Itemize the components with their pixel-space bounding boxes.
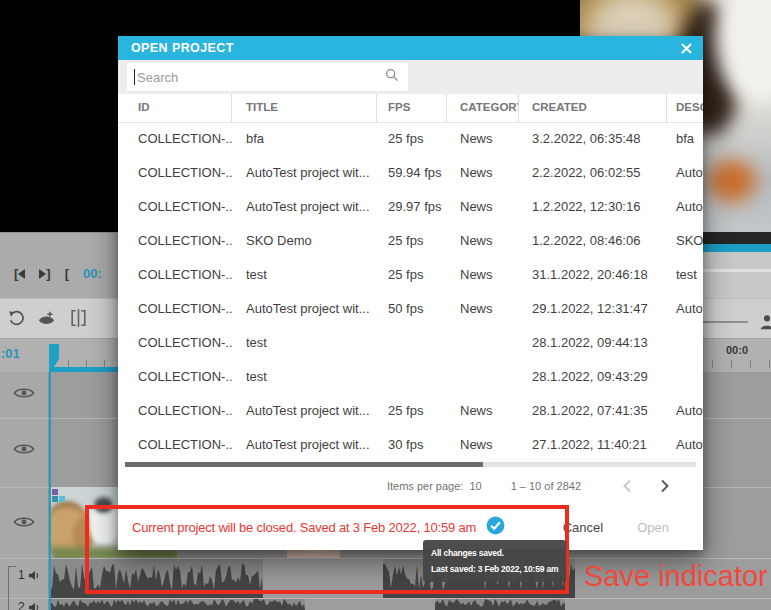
table-row[interactable]: COLLECTION-...AutoTest project wit...25 … [118, 394, 703, 428]
cell-category: News [447, 122, 519, 156]
cell-description: AutoTest project wit... [667, 428, 703, 462]
project-table-header: IDTITLEFPSCATEGORYCREATEDDESCRIPTION [118, 94, 703, 123]
cell-fps: 25 fps [377, 224, 447, 258]
cell-category [447, 326, 519, 360]
goto-end-icon[interactable]: ] [39, 266, 50, 281]
paginator-range: 1 – 10 of 2842 [511, 480, 581, 492]
annotation-save-indicator-label: Save indicator [584, 560, 768, 593]
close-warning-text: Current project will be closed. Saved at… [132, 520, 476, 535]
search-row: Search [118, 60, 703, 94]
column-header-id[interactable]: ID [118, 94, 232, 122]
chevron-right-icon[interactable] [653, 474, 677, 498]
horizontal-scrollbar[interactable] [125, 462, 696, 467]
tooltip-line1: All changes saved. [431, 545, 558, 561]
paginator: Items per page: 10 1 – 10 of 2842 [118, 468, 703, 504]
column-header-description[interactable]: DESCRIPTION [667, 94, 703, 122]
cell-created: 2.2.2022, 06:02:55 [519, 156, 667, 190]
cell-id: COLLECTION-... [118, 292, 232, 326]
cell-id: COLLECTION-... [118, 326, 232, 360]
audio-track1-label: 1 [18, 568, 40, 582]
open-button[interactable]: Open [635, 516, 671, 539]
audio-track2-label: 2 [18, 600, 40, 610]
cell-title: test [232, 326, 377, 360]
audio-track1-number: 1 [18, 568, 25, 582]
cell-fps: 25 fps [377, 258, 447, 292]
cell-description: bfa [667, 122, 703, 156]
clip-marker [52, 496, 58, 502]
cell-title: AutoTest project wit... [232, 156, 377, 190]
column-header-title[interactable]: TITLE [232, 94, 377, 122]
dialog-footer: Current project will be closed. Saved at… [118, 504, 703, 550]
track1-visibility-eye-icon[interactable] [13, 386, 35, 400]
transport-controls: [ ] [ 00: [14, 266, 102, 281]
cell-category: News [447, 156, 519, 190]
table-row[interactable]: COLLECTION-...AutoTest project wit...29.… [118, 190, 703, 224]
cell-description: test [667, 258, 703, 292]
close-icon[interactable] [679, 41, 693, 55]
cell-created: 3.2.2022, 06:35:48 [519, 122, 667, 156]
speaker-icon[interactable] [29, 570, 40, 581]
ruler-timecode-right: 00:0 [726, 344, 748, 356]
items-per-page-value[interactable]: 10 [469, 480, 481, 492]
mark-in-icon[interactable]: [ [65, 266, 69, 281]
cell-fps: 30 fps [377, 428, 447, 462]
cell-description [667, 326, 703, 360]
table-row[interactable]: COLLECTION-...bfa25 fpsNews3.2.2022, 06:… [118, 122, 703, 156]
split-clip-icon[interactable] [68, 308, 88, 328]
cell-category: News [447, 428, 519, 462]
cell-category: News [447, 190, 519, 224]
table-row[interactable]: COLLECTION-...AutoTest project wit...59.… [118, 156, 703, 190]
waveform [50, 559, 263, 598]
check-circle-icon[interactable] [486, 516, 505, 539]
cell-category [447, 360, 519, 394]
cell-created: 28.1.2022, 09:43:29 [519, 360, 667, 394]
cell-title: AutoTest project wit... [232, 190, 377, 224]
add-keyframe-eye-icon[interactable] [36, 308, 56, 328]
audio-clip[interactable] [435, 599, 565, 610]
tooltip-line2: Last saved: 3 Feb 2022, 10:59 am [431, 561, 558, 577]
undo-icon[interactable] [6, 308, 26, 328]
cell-id: COLLECTION-... [118, 428, 232, 462]
cell-id: COLLECTION-... [118, 190, 232, 224]
cell-title: bfa [232, 122, 377, 156]
track3-visibility-eye-icon[interactable] [13, 515, 35, 529]
column-header-category[interactable]: CATEGORY [447, 94, 519, 122]
cell-fps: 59.94 fps [377, 156, 447, 190]
column-header-fps[interactable]: FPS [377, 94, 447, 122]
column-header-created[interactable]: CREATED [519, 94, 667, 122]
cell-created: 1.2.2022, 12:30:16 [519, 190, 667, 224]
search-input[interactable]: Search [127, 63, 408, 91]
ruler-tick [712, 360, 713, 368]
goto-start-icon[interactable]: [ [14, 266, 25, 281]
cell-category: News [447, 258, 519, 292]
ruler-tick [750, 360, 751, 368]
table-row[interactable]: COLLECTION-...SKO Demo25 fpsNews1.2.2022… [118, 224, 703, 258]
track2-visibility-eye-icon[interactable] [13, 442, 35, 456]
audio-clip[interactable] [50, 559, 263, 598]
table-row[interactable]: COLLECTION-...AutoTest project wit...30 … [118, 428, 703, 462]
scrollbar-thumb[interactable] [125, 462, 483, 467]
cell-fps: 50 fps [377, 292, 447, 326]
person-icon[interactable] [758, 313, 771, 335]
table-row[interactable]: COLLECTION-...test25 fpsNews31.1.2022, 2… [118, 258, 703, 292]
cell-title: AutoTest project wit... [232, 428, 377, 462]
cell-created: 31.1.2022, 20:46:18 [519, 258, 667, 292]
audio-track2-number: 2 [18, 600, 25, 610]
cell-description: AutoTest project wit... [667, 394, 703, 428]
cell-fps: 29.97 fps [377, 190, 447, 224]
speaker-icon[interactable] [29, 602, 40, 610]
cell-category: News [447, 292, 519, 326]
table-row[interactable]: COLLECTION-...AutoTest project wit...50 … [118, 292, 703, 326]
dialog-header: OPEN PROJECT [118, 36, 703, 60]
transport-timecode: 00: [83, 266, 102, 281]
audio-clip[interactable] [50, 599, 305, 610]
cell-created: 28.1.2022, 09:44:13 [519, 326, 667, 360]
cell-fps [377, 360, 447, 394]
cancel-button[interactable]: Cancel [561, 516, 605, 539]
table-row[interactable]: COLLECTION-...test28.1.2022, 09:43:29 [118, 360, 703, 394]
ruler-tick [731, 360, 732, 368]
table-row[interactable]: COLLECTION-...test28.1.2022, 09:44:13 [118, 326, 703, 360]
cell-title: AutoTest project wit... [232, 394, 377, 428]
chevron-left-icon[interactable] [615, 474, 639, 498]
playhead-line[interactable] [49, 344, 51, 610]
